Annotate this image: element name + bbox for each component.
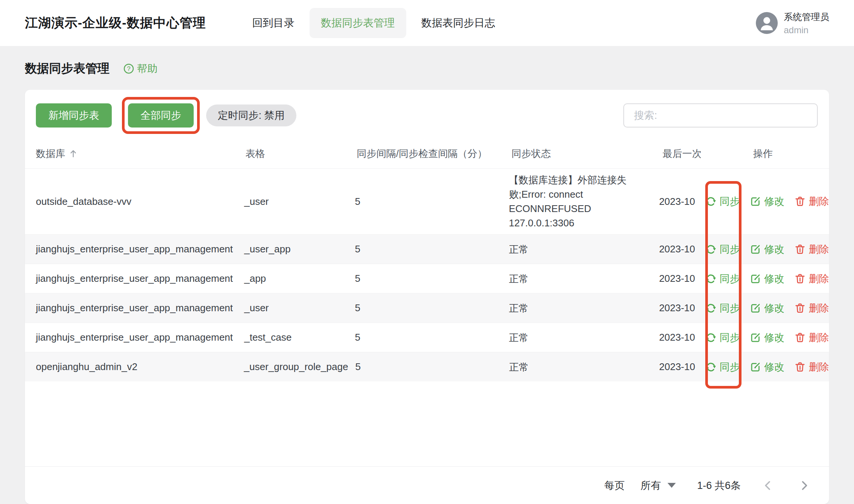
top-bar: 江湖演示-企业级-数据中心管理 回到目录 数据同步表管理 数据表同步日志 系统管…	[0, 0, 854, 46]
sync-all-button[interactable]: 全部同步	[128, 103, 194, 128]
cell-interval: 5	[344, 273, 498, 284]
delete-action[interactable]: 删除	[794, 243, 829, 256]
delete-action[interactable]: 删除	[794, 272, 829, 286]
edit-action[interactable]: 修改	[750, 272, 785, 286]
edit-icon	[750, 244, 761, 255]
toolbar: 新增同步表 全部同步 定时同步: 禁用	[25, 90, 829, 128]
cell-interval: 5	[344, 243, 498, 255]
table-row: jianghujs_enterprise_user_app_management…	[25, 264, 829, 293]
trash-icon	[794, 244, 806, 255]
per-page-select[interactable]: 所有	[640, 479, 676, 492]
help-label: 帮助	[137, 62, 157, 75]
cell-status: 正常	[498, 301, 648, 315]
page-head: 数据同步表管理 帮助	[25, 60, 829, 78]
edit-icon	[750, 196, 761, 207]
search-input[interactable]	[623, 103, 818, 128]
nav-item-sync-table-management[interactable]: 数据同步表管理	[310, 8, 406, 38]
prev-page-button[interactable]	[762, 479, 774, 492]
cell-database: jianghujs_enterprise_user_app_management	[25, 332, 233, 343]
edit-action[interactable]: 修改	[750, 360, 785, 374]
sync-action[interactable]: 同步	[705, 301, 740, 315]
cell-table: _user	[233, 302, 344, 314]
table-row: jianghujs_enterprise_user_app_management…	[25, 323, 829, 352]
table-row: jianghujs_enterprise_user_app_management…	[25, 293, 829, 323]
delete-action[interactable]: 删除	[794, 301, 829, 315]
table-row: outside_database-vvv _user 5 【数据库连接】外部连接…	[25, 168, 829, 234]
per-page-label: 每页	[604, 479, 624, 492]
cell-status: 正常	[498, 330, 648, 345]
sync-action[interactable]: 同步	[705, 272, 740, 286]
cell-database: outside_database-vvv	[25, 196, 233, 207]
sync-action[interactable]: 同步	[705, 195, 740, 208]
edit-action[interactable]: 修改	[750, 301, 785, 315]
cell-interval: 5	[344, 302, 498, 314]
edit-action[interactable]: 修改	[750, 243, 785, 256]
cell-database: jianghujs_enterprise_user_app_management	[25, 243, 233, 255]
column-header-database[interactable]: 数据库	[25, 147, 234, 160]
pagination-range: 1-6 共6条	[697, 479, 741, 492]
next-page-button[interactable]	[798, 479, 810, 492]
nav-item-back-to-directory[interactable]: 回到目录	[241, 8, 306, 38]
sync-table: 数据库 表格 同步间隔/同步检查间隔（分） 同步状态 最后一次 操作 outsi…	[25, 139, 829, 381]
cell-actions: 同步 修改 删除	[697, 301, 829, 315]
user-name: admin	[784, 25, 829, 35]
cell-table: _user_group_role_page	[233, 361, 344, 373]
main-nav: 回到目录 数据同步表管理 数据表同步日志	[241, 8, 507, 38]
edit-action[interactable]: 修改	[750, 195, 785, 208]
cell-status: 正常	[498, 360, 648, 374]
sync-all-wrap: 全部同步	[128, 103, 194, 128]
sync-action[interactable]: 同步	[705, 331, 740, 344]
cell-actions: 同步 修改 删除	[697, 195, 829, 208]
cell-interval: 5	[344, 361, 498, 373]
sync-icon	[705, 303, 717, 314]
chevron-down-icon	[667, 483, 676, 488]
cell-actions: 同步 修改 删除	[697, 331, 829, 344]
cell-actions: 同步 修改 删除	[697, 272, 829, 286]
cell-last-sync: 2023-10	[648, 273, 697, 284]
cell-table: _test_case	[233, 332, 344, 343]
cell-database: jianghujs_enterprise_user_app_management	[25, 273, 233, 284]
sync-icon	[705, 332, 717, 343]
page-content: 数据同步表管理 帮助 新增同步表 全部同步 定时同步: 禁用 数据库	[0, 60, 854, 504]
cell-interval: 5	[344, 196, 498, 207]
cell-status: 正常	[498, 272, 648, 286]
trash-icon	[794, 273, 806, 284]
sync-action[interactable]: 同步	[705, 243, 740, 256]
user-texts: 系统管理员 admin	[784, 11, 829, 35]
cell-database: jianghujs_enterprise_user_app_management	[25, 302, 233, 314]
sync-icon	[705, 244, 717, 255]
content-card: 新增同步表 全部同步 定时同步: 禁用 数据库 表格 同步间隔/同步检查间隔（分…	[25, 90, 829, 504]
edit-icon	[750, 361, 761, 373]
delete-action[interactable]: 删除	[794, 360, 829, 374]
trash-icon	[794, 361, 806, 373]
user-menu[interactable]: 系统管理员 admin	[756, 11, 829, 35]
edit-icon	[750, 273, 761, 284]
cell-table: _user_app	[233, 243, 344, 255]
cell-status: 正常	[498, 242, 648, 257]
delete-action[interactable]: 删除	[794, 195, 829, 208]
app-title: 江湖演示-企业级-数据中心管理	[25, 14, 206, 32]
sync-icon	[705, 361, 717, 373]
edit-icon	[750, 303, 761, 314]
sync-action[interactable]: 同步	[705, 360, 740, 374]
cell-table: _app	[233, 273, 344, 284]
cell-actions: 同步 修改 删除	[697, 243, 829, 256]
cell-table: _user	[233, 196, 344, 207]
sync-icon	[705, 273, 717, 284]
edit-action[interactable]: 修改	[750, 331, 785, 344]
edit-icon	[750, 332, 761, 343]
nav-item-sync-log[interactable]: 数据表同步日志	[410, 8, 507, 38]
column-header-actions: 操作	[701, 147, 829, 160]
help-link[interactable]: 帮助	[123, 62, 157, 75]
delete-action[interactable]: 删除	[794, 331, 829, 344]
cell-last-sync: 2023-10	[648, 196, 697, 207]
add-sync-table-button[interactable]: 新增同步表	[36, 103, 112, 128]
cell-actions: 同步 修改 删除	[697, 360, 829, 374]
trash-icon	[794, 332, 806, 343]
table-row: openjianghu_admin_v2 _user_group_role_pa…	[25, 352, 829, 381]
timer-sync-tag: 定时同步: 禁用	[206, 104, 296, 126]
column-header-interval: 同步间隔/同步检查间隔（分）	[346, 147, 501, 160]
avatar-icon	[756, 12, 778, 34]
sync-icon	[705, 196, 717, 207]
column-header-last-sync: 最后一次	[652, 147, 701, 160]
